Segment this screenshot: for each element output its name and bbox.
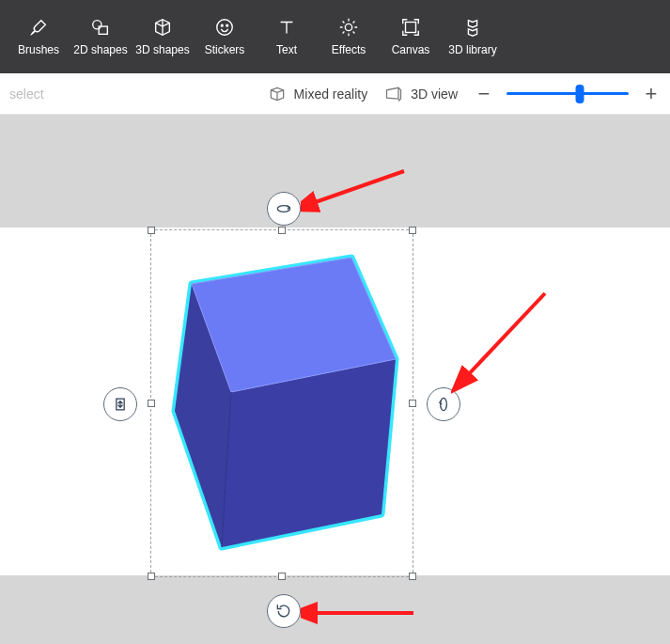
tool-canvas[interactable]: Canvas <box>380 8 442 66</box>
effects-icon <box>338 17 359 38</box>
rotate-y-icon <box>434 395 453 414</box>
tool-label: Canvas <box>392 43 430 56</box>
mixed-reality-icon <box>268 85 287 103</box>
view-3d-icon <box>384 85 403 103</box>
depth-z-control[interactable] <box>103 387 137 421</box>
tool-label: 3D library <box>448 43 496 56</box>
library-3d-icon <box>462 17 483 38</box>
shapes-2d-icon <box>90 17 111 38</box>
svg-point-0 <box>93 21 101 29</box>
annotation-arrow-bottom <box>301 594 423 632</box>
rotate-z-control[interactable] <box>267 594 301 628</box>
tool-2d-shapes[interactable]: 2D shapes <box>70 8 132 66</box>
brush-icon <box>28 17 49 38</box>
zoom-out-button[interactable]: − <box>475 82 493 106</box>
stickers-icon <box>214 17 235 38</box>
depth-icon <box>111 395 130 414</box>
resize-handle-top-left[interactable] <box>148 227 155 234</box>
tool-stickers[interactable]: Stickers <box>194 8 256 66</box>
tool-text[interactable]: Text <box>256 8 318 66</box>
selection-bounding-box[interactable] <box>150 229 413 577</box>
rotate-x-control[interactable] <box>267 192 301 226</box>
select-label: select <box>9 86 44 102</box>
mixed-reality-button[interactable]: Mixed reality <box>268 85 368 103</box>
canvas-icon <box>400 17 421 38</box>
tool-label: 3D shapes <box>135 43 189 56</box>
zoom-thumb[interactable] <box>576 85 584 103</box>
svg-point-5 <box>345 24 351 30</box>
tool-brushes[interactable]: Brushes <box>8 8 70 66</box>
tool-label: Stickers <box>205 43 245 56</box>
zoom-controls: − + <box>475 82 661 106</box>
svg-point-4 <box>226 24 228 26</box>
zoom-track <box>506 92 629 95</box>
svg-point-2 <box>217 20 233 36</box>
svg-rect-6 <box>406 23 416 33</box>
tool-label: 2D shapes <box>73 43 127 56</box>
rotate-z-icon <box>274 602 293 620</box>
tool-effects[interactable]: Effects <box>318 8 380 66</box>
resize-handle-left[interactable] <box>148 400 155 407</box>
rotate-y-control[interactable] <box>427 387 460 421</box>
zoom-in-button[interactable]: + <box>642 82 661 106</box>
tool-3d-library[interactable]: 3D library <box>442 8 504 66</box>
text-icon <box>276 17 297 38</box>
resize-handle-right[interactable] <box>409 400 416 407</box>
annotation-arrow-top <box>301 162 413 218</box>
resize-handle-bottom-right[interactable] <box>409 573 416 580</box>
mixed-reality-label: Mixed reality <box>294 86 368 102</box>
svg-line-12 <box>310 171 404 204</box>
tool-label: Effects <box>332 43 366 56</box>
resize-handle-bottom-left[interactable] <box>148 573 155 580</box>
view-bar: select Mixed reality 3D view − + <box>0 73 670 115</box>
shapes-3d-icon <box>152 17 173 38</box>
rotate-x-icon <box>274 199 293 218</box>
3d-view-button[interactable]: 3D view <box>384 85 458 103</box>
canvas-area[interactable] <box>0 115 670 644</box>
resize-handle-top[interactable] <box>278 227 286 234</box>
top-toolbar: Brushes 2D shapes 3D shapes Stickers Tex… <box>0 0 670 73</box>
tool-label: Brushes <box>18 43 59 56</box>
tool-3d-shapes[interactable]: 3D shapes <box>132 8 194 66</box>
zoom-slider[interactable] <box>506 85 629 103</box>
tool-label: Text <box>276 43 297 56</box>
resize-handle-top-right[interactable] <box>409 227 416 234</box>
view-3d-label: 3D view <box>411 86 458 102</box>
resize-handle-bottom[interactable] <box>278 573 286 580</box>
svg-point-3 <box>221 24 223 26</box>
